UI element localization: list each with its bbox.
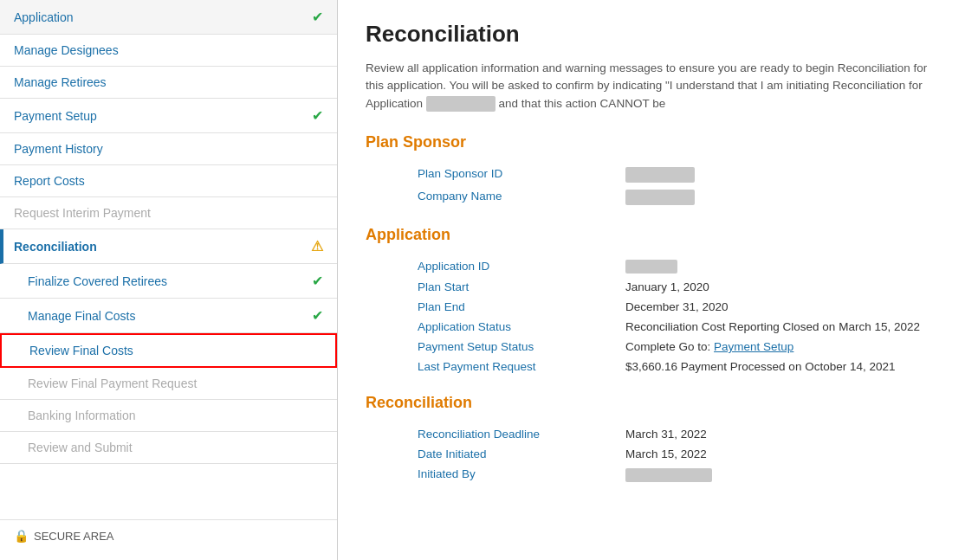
check-icon-application: ✔ xyxy=(312,9,323,25)
sidebar-label-payment-setup: Payment Setup xyxy=(14,109,312,123)
secure-area-label: SECURE AREA xyxy=(34,530,113,543)
warn-icon-reconciliation: ⚠ xyxy=(311,238,323,254)
sidebar-label-review-final-costs: Review Final Costs xyxy=(29,344,321,357)
page-title: Reconciliation xyxy=(366,21,937,48)
main-content: Reconciliation Review all application in… xyxy=(338,0,965,560)
field-label: Plan End xyxy=(366,297,573,317)
field-label: Initiated By xyxy=(366,464,573,485)
check-icon-manage-final-costs: ✔ xyxy=(312,307,323,324)
sidebar-item-finalize-covered-retirees[interactable]: Finalize Covered Retirees✔ xyxy=(0,264,337,299)
redacted-initiated-by xyxy=(625,468,712,482)
plan-sponsor-table: Plan Sponsor ID Company Name xyxy=(366,164,937,209)
lock-icon: 🔒 xyxy=(14,529,29,543)
sidebar-label-manage-retirees: Manage Retirees xyxy=(14,75,323,89)
table-row: Plan End December 31, 2020 xyxy=(366,297,937,317)
redacted-app-id-val xyxy=(625,260,677,274)
check-icon-payment-setup: ✔ xyxy=(312,107,323,124)
field-label: Last Payment Request xyxy=(366,357,573,377)
sidebar-label-payment-history: Payment History xyxy=(14,142,323,156)
sidebar-label-banking-information: Banking Information xyxy=(28,409,323,422)
secure-area-footer: 🔒 SECURE AREA xyxy=(0,519,337,551)
reconciliation-section-title: Reconciliation xyxy=(366,394,937,412)
sidebar-item-payment-history[interactable]: Payment History xyxy=(0,133,337,165)
sidebar-item-report-costs[interactable]: Report Costs xyxy=(0,165,337,197)
sidebar-item-request-interim-payment: Request Interim Payment xyxy=(0,197,337,229)
field-label: Application ID xyxy=(366,256,573,277)
field-label: Date Initiated xyxy=(366,444,573,464)
field-value: Complete Go to: Payment Setup xyxy=(573,337,937,357)
field-label: Plan Start xyxy=(366,277,573,297)
sidebar-label-finalize-covered-retirees: Finalize Covered Retirees xyxy=(28,274,312,288)
table-row: Application Status Reconciliation Cost R… xyxy=(366,317,937,337)
field-label: Company Name xyxy=(366,186,573,209)
sidebar-label-request-interim-payment: Request Interim Payment xyxy=(14,206,323,220)
reconciliation-table: Reconciliation Deadline March 31, 2022 D… xyxy=(366,424,937,485)
table-row: Company Name xyxy=(366,186,937,209)
intro-text: Review all application information and w… xyxy=(366,60,937,113)
sidebar-item-review-and-submit: Review and Submit xyxy=(0,432,337,464)
redacted-company-name xyxy=(625,190,695,205)
field-value: March 31, 2022 xyxy=(573,424,937,444)
field-value: December 31, 2020 xyxy=(573,297,937,317)
application-table: Application ID Plan Start January 1, 202… xyxy=(366,256,937,377)
table-row: Plan Sponsor ID xyxy=(366,164,937,186)
field-value: Reconciliation Cost Reporting Closed on … xyxy=(573,317,937,337)
table-row: Initiated By xyxy=(366,464,937,485)
field-label: Plan Sponsor ID xyxy=(366,164,573,186)
sidebar-label-review-and-submit: Review and Submit xyxy=(28,441,323,454)
table-row: Date Initiated March 15, 2022 xyxy=(366,444,937,464)
check-icon-finalize-covered-retirees: ✔ xyxy=(312,273,323,289)
field-value: March 15, 2022 xyxy=(573,444,937,464)
field-label: Reconciliation Deadline xyxy=(366,424,573,444)
sidebar-label-reconciliation: Reconciliation xyxy=(14,240,311,254)
sidebar-item-application[interactable]: Application✔ xyxy=(0,0,337,35)
sidebar-item-reconciliation[interactable]: Reconciliation⚠ xyxy=(0,229,337,264)
sidebar-label-report-costs: Report Costs xyxy=(14,174,323,188)
field-label: Application Status xyxy=(366,317,573,337)
sidebar-item-manage-retirees[interactable]: Manage Retirees xyxy=(0,67,337,99)
field-value: $3,660.16 Payment Processed on October 1… xyxy=(573,357,937,377)
field-value xyxy=(573,186,937,209)
table-row: Last Payment Request $3,660.16 Payment P… xyxy=(366,357,937,377)
sidebar-label-review-final-payment-request: Review Final Payment Request xyxy=(28,377,323,390)
sidebar-item-review-final-payment-request: Review Final Payment Request xyxy=(0,368,337,400)
table-row: Application ID xyxy=(366,256,937,277)
redacted-app-id xyxy=(426,96,495,112)
sidebar-item-banking-information: Banking Information xyxy=(0,400,337,432)
field-value: January 1, 2020 xyxy=(573,277,937,297)
sidebar-item-review-final-costs[interactable]: Review Final Costs xyxy=(0,333,337,368)
field-value xyxy=(573,164,937,186)
sidebar-item-manage-final-costs[interactable]: Manage Final Costs✔ xyxy=(0,299,337,333)
sidebar-label-application: Application xyxy=(14,10,312,24)
table-row: Payment Setup Status Complete Go to: Pay… xyxy=(366,337,937,357)
sidebar-item-manage-designees[interactable]: Manage Designees xyxy=(0,35,337,67)
payment-setup-link[interactable]: Payment Setup xyxy=(714,340,793,353)
application-section-title: Application xyxy=(366,226,937,244)
plan-sponsor-section-title: Plan Sponsor xyxy=(366,133,937,151)
sidebar-item-payment-setup[interactable]: Payment Setup✔ xyxy=(0,99,337,133)
table-row: Plan Start January 1, 2020 xyxy=(366,277,937,297)
field-label: Payment Setup Status xyxy=(366,337,573,357)
sidebar-label-manage-final-costs: Manage Final Costs xyxy=(28,309,312,323)
field-value xyxy=(573,464,937,485)
redacted-sponsor-id xyxy=(625,167,695,183)
field-value xyxy=(573,256,937,277)
table-row: Reconciliation Deadline March 31, 2022 xyxy=(366,424,937,444)
sidebar-label-manage-designees: Manage Designees xyxy=(14,43,323,57)
sidebar: Application✔Manage DesigneesManage Retir… xyxy=(0,0,338,560)
